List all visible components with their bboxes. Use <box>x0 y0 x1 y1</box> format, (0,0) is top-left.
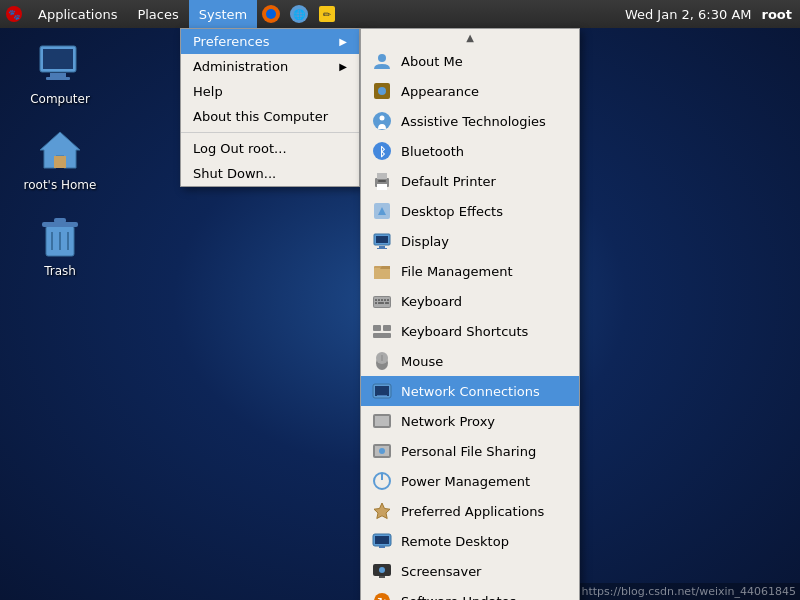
edit-icon[interactable]: ✏ <box>316 3 338 25</box>
keyboard-shortcuts-label: Keyboard Shortcuts <box>401 324 528 339</box>
pref-effects[interactable]: Desktop Effects <box>361 196 579 226</box>
svg-rect-48 <box>385 302 389 304</box>
sharing-icon <box>371 440 393 462</box>
svg-rect-34 <box>376 236 388 243</box>
svg-rect-50 <box>383 325 391 331</box>
screensaver-label: Screensaver <box>401 564 481 579</box>
proxy-label: Network Proxy <box>401 414 495 429</box>
logout-menu-item[interactable]: Log Out root... <box>181 136 359 161</box>
about-computer-menu-item[interactable]: About this Computer <box>181 104 359 129</box>
svg-rect-56 <box>375 386 389 396</box>
sharing-label: Personal File Sharing <box>401 444 536 459</box>
keyboard-icon <box>371 290 393 312</box>
pref-display[interactable]: Display <box>361 226 579 256</box>
network-connections-label: Network Connections <box>401 384 540 399</box>
home-icon-img <box>36 126 84 174</box>
appearance-icon <box>371 80 393 102</box>
svg-rect-51 <box>373 333 391 338</box>
preferences-menu-item[interactable]: Preferences ▶ <box>181 29 359 54</box>
svg-rect-11 <box>46 77 70 80</box>
preferred-icon <box>371 500 393 522</box>
pref-printer[interactable]: Default Printer <box>361 166 579 196</box>
places-label: Places <box>137 7 178 22</box>
keyboard-shortcuts-icon <box>371 320 393 342</box>
updates-icon: ↻ <box>371 590 393 600</box>
power-icon <box>371 470 393 492</box>
updates-label: Software Updates <box>401 594 516 601</box>
effects-label: Desktop Effects <box>401 204 503 219</box>
shutdown-label: Shut Down... <box>193 166 276 181</box>
pref-remote[interactable]: Remote Desktop <box>361 526 579 556</box>
taskbar-left: 🐾 Applications Places System <box>0 0 341 28</box>
pref-keyboard[interactable]: Keyboard <box>361 286 579 316</box>
network-connections-icon <box>371 380 393 402</box>
pref-files[interactable]: File Management <box>361 256 579 286</box>
pref-appearance[interactable]: Appearance <box>361 76 579 106</box>
svg-text:ᛒ: ᛒ <box>379 145 386 159</box>
system-menu[interactable]: System <box>189 0 257 28</box>
user-label: root <box>762 7 793 22</box>
svg-marker-65 <box>374 503 390 519</box>
computer-icon[interactable]: Computer <box>20 40 100 106</box>
home-icon[interactable]: root's Home <box>20 126 100 192</box>
display-label: Display <box>401 234 449 249</box>
administration-label: Administration <box>193 59 288 74</box>
pref-screensaver[interactable]: Screensaver <box>361 556 579 586</box>
bluetooth-label: Bluetooth <box>401 144 464 159</box>
system-label: System <box>199 7 247 22</box>
computer-icon-img <box>36 40 84 88</box>
administration-menu-item[interactable]: Administration ▶ <box>181 54 359 79</box>
pref-preferred[interactable]: Preferred Applications <box>361 496 579 526</box>
network-icon[interactable]: 🌐 <box>288 3 310 25</box>
help-menu-item[interactable]: Help <box>181 79 359 104</box>
files-label: File Management <box>401 264 513 279</box>
svg-rect-35 <box>379 246 385 248</box>
mouse-label: Mouse <box>401 354 443 369</box>
gnome-icon: 🐾 <box>3 3 25 25</box>
applications-menu[interactable]: Applications <box>28 0 127 28</box>
about-me-icon <box>371 50 393 72</box>
computer-label: Computer <box>30 92 90 106</box>
svg-rect-44 <box>384 299 386 301</box>
keyboard-label: Keyboard <box>401 294 462 309</box>
svg-rect-30 <box>378 180 386 182</box>
pref-power[interactable]: Power Management <box>361 466 579 496</box>
preferences-submenu: ▲ About Me Appe <box>360 28 580 600</box>
printer-label: Default Printer <box>401 174 496 189</box>
places-menu[interactable]: Places <box>127 0 188 28</box>
pref-keyboard-shortcuts[interactable]: Keyboard Shortcuts <box>361 316 579 346</box>
svg-rect-28 <box>377 173 387 179</box>
svg-rect-38 <box>374 268 390 279</box>
firefox-icon[interactable] <box>260 3 282 25</box>
pref-mouse[interactable]: Mouse <box>361 346 579 376</box>
remote-icon <box>371 530 393 552</box>
pref-bluetooth[interactable]: ᛒ Bluetooth <box>361 136 579 166</box>
svg-rect-71 <box>379 576 385 578</box>
pref-proxy[interactable]: Network Proxy <box>361 406 579 436</box>
svg-point-24 <box>380 116 385 121</box>
pref-network-connections[interactable]: Network Connections <box>361 376 579 406</box>
pref-assistive[interactable]: Assistive Technologies <box>361 106 579 136</box>
svg-text:🌐: 🌐 <box>293 8 306 21</box>
svg-rect-45 <box>387 299 389 301</box>
desktop: 🐾 Applications Places System <box>0 0 800 600</box>
trash-icon[interactable]: Trash <box>20 212 100 278</box>
svg-rect-42 <box>378 299 380 301</box>
mouse-icon <box>371 350 393 372</box>
logout-label: Log Out root... <box>193 141 287 156</box>
administration-arrow: ▶ <box>339 61 347 72</box>
pref-about-me[interactable]: About Me <box>361 46 579 76</box>
assistive-label: Assistive Technologies <box>401 114 546 129</box>
svg-text:↻: ↻ <box>377 595 387 600</box>
svg-rect-16 <box>54 218 66 223</box>
remote-label: Remote Desktop <box>401 534 509 549</box>
preferences-arrow: ▶ <box>339 36 347 47</box>
pref-updates[interactable]: ↻ Software Updates <box>361 586 579 600</box>
scroll-up-arrow[interactable]: ▲ <box>361 29 579 46</box>
datetime: Wed Jan 2, 6:30 AM <box>625 7 752 22</box>
pref-sharing[interactable]: Personal File Sharing <box>361 436 579 466</box>
svg-rect-9 <box>43 49 73 69</box>
svg-rect-10 <box>50 73 66 77</box>
svg-point-22 <box>378 87 386 95</box>
shutdown-menu-item[interactable]: Shut Down... <box>181 161 359 186</box>
